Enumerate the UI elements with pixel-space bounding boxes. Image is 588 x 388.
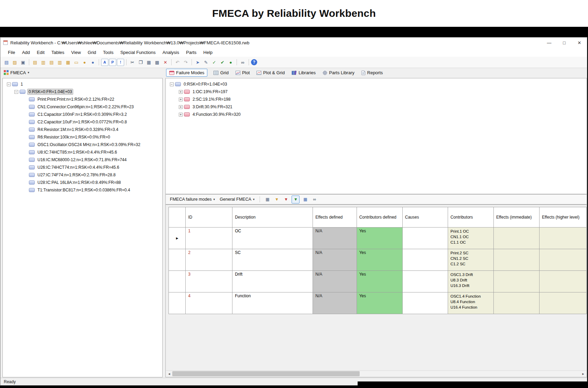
cell-contributors-defined[interactable]: Yes: [357, 228, 402, 249]
menu-edit[interactable]: Edit: [33, 48, 48, 56]
goto-cell-icon[interactable]: ▦: [302, 196, 309, 203]
cell-causes[interactable]: [402, 292, 448, 314]
cell-contributors[interactable]: Print.1 OC CN1.1 OC C1.1 OC: [448, 228, 493, 249]
menu-view[interactable]: View: [68, 48, 84, 56]
cell-effects-defined[interactable]: N/A: [313, 271, 357, 292]
cell-causes[interactable]: [402, 271, 448, 292]
tree-node-component[interactable]: U28:IC:PAL 16L8A:n=1:RSK=0:8.49%:FR=88: [4, 179, 161, 186]
cell-contributors-defined[interactable]: Yes: [357, 249, 402, 271]
cell-id[interactable]: 2: [186, 249, 232, 271]
menu-parts[interactable]: Parts: [183, 48, 200, 56]
cut-icon[interactable]: ✂: [129, 58, 136, 66]
col-header-effects-immediate[interactable]: Effects (immediate): [494, 207, 540, 228]
filter-remove-icon[interactable]: ▼: [282, 196, 290, 203]
maximize-button[interactable]: □: [557, 37, 572, 48]
row-selector-header[interactable]: [169, 207, 186, 228]
add-child-block-icon[interactable]: ▥: [40, 58, 47, 66]
tree-node-component[interactable]: CN1:Connector:Con96pin:n=1:RSK=0:2.22%:F…: [4, 103, 161, 111]
cell-contributors-defined[interactable]: Yes: [357, 292, 402, 314]
transfer-block-icon[interactable]: ▭: [73, 58, 80, 66]
col-header-causes[interactable]: Causes: [402, 207, 448, 228]
cell-effects-defined[interactable]: N/A: [313, 292, 357, 314]
menu-grid[interactable]: Grid: [84, 48, 100, 56]
horizontal-scrollbar[interactable]: ◄ ►: [166, 370, 586, 377]
block-library-icon[interactable]: ▦: [64, 58, 72, 66]
remove-block-icon[interactable]: ▥: [56, 58, 64, 66]
cell-description[interactable]: Function: [232, 292, 313, 314]
col-header-effects-higher[interactable]: Effects (higher level): [540, 207, 587, 228]
expand-icon[interactable]: +: [179, 90, 183, 94]
cell-effects-immediate[interactable]: [494, 271, 540, 292]
tab-libraries[interactable]: Libraries: [291, 69, 316, 76]
expand-icon[interactable]: +: [179, 113, 183, 117]
cell-effects-higher[interactable]: [540, 249, 587, 271]
help-icon[interactable]: ?: [251, 59, 257, 65]
undo-icon[interactable]: ↶: [174, 58, 181, 66]
copy-icon[interactable]: ❐: [137, 58, 144, 66]
col-header-contributors[interactable]: Contributors: [448, 207, 493, 228]
expand-icon[interactable]: +: [179, 98, 183, 101]
row-selector-cell[interactable]: [169, 271, 186, 292]
tree-node-component[interactable]: U8:IC:74HCT85:n=1:RSK=0:4.4%:FR=45.6: [4, 148, 161, 156]
goto-block-icon[interactable]: ➤: [194, 58, 202, 66]
fmeca-pane-header[interactable]: FMECA ▾: [4, 68, 29, 77]
collapse-icon[interactable]: −: [14, 90, 18, 94]
tree-node-component[interactable]: OSC1:Oscillator:OSC24 MHz:n=1:RSK=0:3.09…: [4, 141, 161, 148]
paste-special-icon[interactable]: ▩: [153, 58, 161, 66]
menu-file[interactable]: File: [4, 48, 19, 56]
new-project-icon[interactable]: ▤: [3, 58, 10, 66]
scroll-right-icon[interactable]: ►: [580, 371, 586, 377]
cell-contributors[interactable]: OSC1.3 Drift U8.3 Drift U16.3 Drift: [448, 271, 493, 292]
menu-tools[interactable]: Tools: [100, 48, 117, 56]
table-view-icon[interactable]: ▦: [264, 196, 271, 203]
close-button[interactable]: ✕: [572, 37, 587, 48]
tree-node-root[interactable]: − 1: [4, 80, 161, 88]
col-header-contributors-defined[interactable]: Contributors defined: [357, 207, 402, 228]
tab-grid[interactable]: Grid: [213, 69, 229, 76]
cell-contributors[interactable]: OSC1.4 Function U8.4 Function U16.4 Func…: [448, 292, 493, 314]
cell-effects-defined[interactable]: N/A: [313, 249, 357, 271]
status-lights-icon[interactable]: ●: [227, 58, 235, 66]
cell-effects-higher[interactable]: [540, 271, 587, 292]
save-icon[interactable]: ▣: [19, 58, 27, 66]
col-header-id[interactable]: ID: [186, 207, 232, 228]
event-blue-icon[interactable]: ●: [89, 58, 97, 66]
tree-node-component[interactable]: C2:Capacitor:10uF:n=1:RSK=0:0.0772%:FR=0…: [4, 118, 161, 126]
spell-check-icon[interactable]: ✓: [210, 58, 218, 66]
scrollbar-thumb[interactable]: [172, 371, 360, 376]
insert-block-icon[interactable]: ▤: [48, 58, 55, 66]
col-header-description[interactable]: Description: [232, 207, 313, 228]
row-selector-cell[interactable]: ►: [169, 228, 186, 249]
col-header-effects-defined[interactable]: Effects defined: [313, 207, 357, 228]
redo-icon[interactable]: ↷: [182, 58, 189, 66]
tree-node-selected[interactable]: − 0:RSK=0:FR=1.04E+03: [4, 88, 161, 96]
delete-icon[interactable]: ✕: [162, 58, 169, 66]
cell-causes[interactable]: [402, 228, 448, 249]
tree-node-component[interactable]: T1:Transistor:BC817:n=1:RSK=0:0.0386%:FR…: [4, 186, 161, 194]
chevron-down-icon[interactable]: ▾: [28, 71, 30, 74]
tab-failure-modes[interactable]: Failure Modes: [166, 69, 207, 77]
tree-node-component[interactable]: R4:Resistor:1M:n=1:RSK=0:0.328%:FR=3.4: [4, 126, 161, 133]
collapse-icon[interactable]: −: [170, 82, 174, 86]
cell-causes[interactable]: [402, 249, 448, 271]
tree-node-component[interactable]: R6:Resistor:100k:n=1:RSK=0:0%:FR=0: [4, 133, 161, 141]
failure-tree-node[interactable]: + 4:Function:30.9%:FR=320: [167, 111, 585, 118]
find-icon[interactable]: ∞: [239, 58, 247, 66]
collapse-icon[interactable]: −: [7, 82, 11, 86]
cell-id[interactable]: 4: [186, 292, 232, 314]
tab-plot[interactable]: Plot: [235, 69, 250, 76]
cell-effects-immediate[interactable]: [494, 292, 540, 314]
tree-node-component[interactable]: Print:Print:Print:n=1:RSK=0:2.12%:FR=22: [4, 96, 161, 103]
cell-effects-immediate[interactable]: [494, 228, 540, 249]
cell-id[interactable]: 1: [186, 228, 232, 249]
cell-description[interactable]: Drift: [232, 271, 313, 292]
menu-special-functions[interactable]: Special Functions: [117, 48, 159, 56]
fmeca-type-select[interactable]: General FMECA ▾: [218, 196, 256, 202]
notes-icon[interactable]: ✎: [202, 58, 210, 66]
cell-effects-higher[interactable]: [540, 228, 587, 249]
importance-icon[interactable]: !: [117, 59, 124, 66]
failure-tree-node[interactable]: + 2:SC:19.1%:FR=198: [167, 96, 585, 103]
menu-tables[interactable]: Tables: [48, 48, 68, 56]
paste-icon[interactable]: ▦: [145, 58, 153, 66]
open-project-icon[interactable]: ▨: [11, 58, 19, 66]
